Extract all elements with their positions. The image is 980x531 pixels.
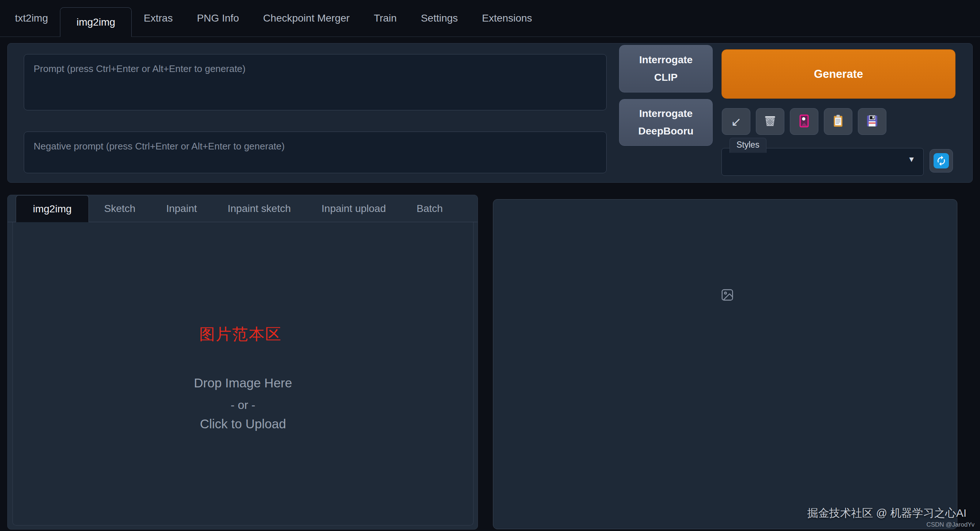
subtab-img2img[interactable]: img2img [16,195,89,223]
tab-extensions[interactable]: Extensions [470,0,544,36]
paste-params-button[interactable]: ↙ [722,108,750,135]
subtab-inpaint-sketch[interactable]: Inpaint sketch [212,195,306,222]
tab-checkpoint-merger[interactable]: Checkpoint Merger [251,0,362,36]
tab-train[interactable]: Train [362,0,409,36]
page-background: txt2img img2img Extras PNG Info Checkpoi… [0,0,980,531]
tab-settings[interactable]: Settings [409,0,470,36]
flower-card-icon [797,114,811,130]
output-gallery-panel [493,199,957,529]
or-text: - or - [13,398,473,412]
img2img-source-panel: img2img Sketch Inpaint Inpaint sketch In… [7,195,478,529]
img2img-mode-tab-bar: img2img Sketch Inpaint Inpaint sketch In… [8,195,477,222]
extra-networks-button[interactable] [790,108,818,135]
styles-label: Styles [730,138,767,153]
main-tab-bar: txt2img img2img Extras PNG Info Checkpoi… [0,0,980,37]
floppy-disk-icon [865,114,880,130]
subtab-inpaint-upload[interactable]: Inpaint upload [306,195,401,222]
prompt-tools-row: ↙ [722,108,886,135]
paste-arrow-icon: ↙ [731,116,741,128]
subtab-batch[interactable]: Batch [401,195,458,222]
clipboard-icon [831,114,845,130]
clear-prompt-button[interactable] [756,108,784,135]
drop-image-here-text: Drop Image Here [13,376,473,390]
tab-img2img[interactable]: img2img [60,7,132,37]
tab-png-info[interactable]: PNG Info [185,0,251,36]
image-upload-dropzone[interactable]: 图片范本区 Drop Image Here - or - Click to Up… [13,222,474,526]
refresh-icon [934,153,949,168]
tab-txt2img[interactable]: txt2img [3,0,60,36]
subtab-sketch[interactable]: Sketch [89,195,151,222]
generate-button[interactable]: Generate [721,49,956,99]
subtab-inpaint[interactable]: Inpaint [151,195,212,222]
watermark-sub: CSDN @JarodYv [926,521,975,528]
template-area-annotation: 图片范本区 [199,324,282,345]
prompt-toolbar-panel: Interrogate CLIP Interrogate DeepBooru G… [7,43,973,183]
interrogate-deepbooru-button[interactable]: Interrogate DeepBooru [619,99,713,146]
apply-styles-button[interactable] [824,108,853,135]
negative-prompt-input[interactable] [24,132,607,173]
dropdown-arrow-icon: ▼ [908,155,915,164]
interrogate-clip-button[interactable]: Interrogate CLIP [619,45,713,92]
tab-extras[interactable]: Extras [132,0,185,36]
watermark-main: 掘金技术社区 @ 机器学习之心AI [807,506,966,521]
prompt-input[interactable] [24,54,607,110]
click-to-upload-text: Click to Upload [13,417,473,431]
refresh-styles-button[interactable] [929,149,953,173]
image-placeholder-icon [721,288,734,302]
save-style-button[interactable] [858,108,886,135]
trash-icon [762,113,778,130]
